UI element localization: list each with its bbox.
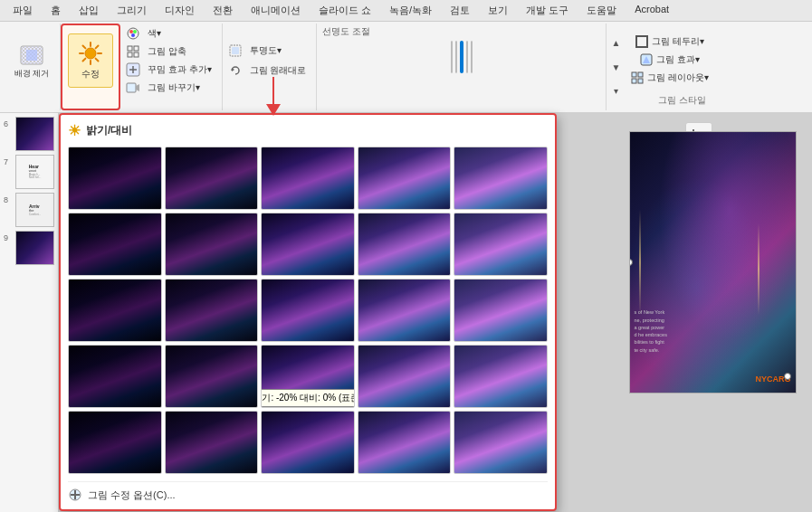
- brightness-tooltip: 밝기: -20% 대비: 0% (표준): [261, 389, 355, 407]
- sharpness-thumb-3[interactable]: [460, 41, 463, 73]
- slide-item-7[interactable]: 7 Hear want Magic li... Next hel...: [4, 155, 54, 189]
- brightness-thumb-r2c5[interactable]: [454, 213, 548, 276]
- brightness-thumb-r2c4[interactable]: [358, 213, 452, 276]
- svg-rect-19: [128, 52, 132, 57]
- sharpness-label: 선명도 조절: [322, 25, 600, 38]
- tab-slideshow[interactable]: 슬라이드 쇼: [310, 0, 380, 21]
- brightness-thumb-r2c2[interactable]: [165, 213, 259, 276]
- tab-dev[interactable]: 개발 도구: [517, 0, 578, 21]
- tab-view[interactable]: 보기: [479, 0, 517, 21]
- sharpness-thumb-1[interactable]: [451, 41, 453, 73]
- svg-line-9: [83, 46, 86, 49]
- svg-point-15: [133, 30, 137, 33]
- brightness-thumb-r5c1[interactable]: [68, 411, 162, 474]
- compress-btn[interactable]: 그림 압축: [143, 43, 191, 60]
- svg-rect-33: [638, 79, 643, 83]
- color-row: 색▾: [126, 25, 166, 42]
- correction-options-label: 그림 수정 옵션(C)...: [88, 488, 176, 502]
- brightness-thumb-r3c3[interactable]: [261, 279, 355, 342]
- bg-remove-icon: [19, 43, 44, 68]
- sharpness-thumb-5[interactable]: [471, 41, 473, 73]
- ribbon-tab-bar: 파일 홈 삽입 그리기 디자인 전환 애니메이션 슬라이드 쇼 녹음/녹화 검토…: [0, 0, 812, 22]
- group-right-options: 그림 테두리▾ 그림 효과▾ 그림 레이아웃▾ 그림 스타일: [625, 24, 715, 110]
- brightness-thumb-r4c4[interactable]: [358, 345, 452, 408]
- svg-rect-17: [128, 46, 132, 51]
- svg-rect-20: [134, 52, 139, 57]
- scroll-up-btn[interactable]: ▲: [611, 38, 620, 48]
- right-slide: NYCARG s of New York ne, protecting a gr…: [629, 131, 797, 393]
- transparency-icon: [228, 43, 243, 58]
- correction-content: 수정: [68, 27, 113, 94]
- change-picture-btn[interactable]: 그림 바꾸기▾: [143, 80, 205, 96]
- brightness-thumb-r4c3[interactable]: 밝기: -20% 대비: 0% (표준): [261, 345, 355, 408]
- more-btn[interactable]: ▾: [614, 86, 618, 96]
- brightness-thumb-r5c4[interactable]: [358, 411, 452, 474]
- slide-thumb-7[interactable]: Hear want Magic li... Next hel...: [15, 155, 54, 189]
- correction-label: 수정: [81, 68, 100, 81]
- brightness-thumb-r4c2[interactable]: [165, 345, 259, 408]
- popup-sun-icon: ☀: [68, 122, 81, 139]
- tab-animation[interactable]: 애니메이션: [242, 0, 310, 21]
- tab-review[interactable]: 검토: [441, 0, 479, 21]
- brightness-thumb-r4c5[interactable]: [454, 345, 548, 408]
- bg-remove-button[interactable]: 배경 제거: [9, 33, 54, 88]
- trans-reset-content: 투명도▾ 그림 원래대로: [228, 25, 311, 96]
- transparency-btn[interactable]: 투명도▾: [245, 43, 286, 59]
- brightness-thumb-r5c5[interactable]: [454, 411, 548, 474]
- brightness-thumb-r2c3[interactable]: [261, 213, 355, 276]
- sharpness-thumb-2[interactable]: [455, 41, 457, 73]
- scroll-down-btn[interactable]: ▼: [611, 62, 620, 72]
- slide-num-6: 6: [4, 119, 13, 128]
- tab-design[interactable]: 디자인: [156, 0, 204, 21]
- ribbon: 파일 홈 삽입 그리기 디자인 전환 애니메이션 슬라이드 쇼 녹음/녹화 검토…: [0, 0, 812, 113]
- color-effects-content: 색▾ 그림 압축: [126, 25, 216, 96]
- color-btn[interactable]: 색▾: [143, 25, 166, 42]
- sharpness-thumb-4[interactable]: [466, 41, 468, 73]
- compress-icon: [126, 44, 140, 59]
- tab-file[interactable]: 파일: [4, 0, 42, 21]
- options-icon: [68, 488, 82, 502]
- slide-item-8[interactable]: 8 Arriv the Comfort...: [4, 193, 54, 227]
- brightness-thumb-r3c2[interactable]: [165, 279, 259, 342]
- brightness-thumb-r4c1[interactable]: [68, 345, 162, 408]
- correction-options-btn[interactable]: 그림 수정 옵션(C)...: [68, 481, 548, 502]
- slide-thumb-6[interactable]: [15, 117, 54, 151]
- brightness-thumb-r1c2[interactable]: [165, 147, 259, 210]
- border-icon: [635, 35, 648, 48]
- svg-rect-31: [638, 72, 643, 77]
- picture-border-btn[interactable]: 그림 테두리▾: [633, 34, 707, 49]
- brightness-thumb-r1c1[interactable]: [68, 147, 162, 210]
- tab-help[interactable]: 도움말: [578, 0, 626, 21]
- tab-record[interactable]: 녹음/녹화: [380, 0, 441, 21]
- slide-thumb-9[interactable]: [15, 231, 54, 265]
- tab-acrobat[interactable]: Acrobat: [626, 0, 678, 21]
- slide-item-9[interactable]: 9: [4, 231, 54, 265]
- svg-rect-28: [636, 36, 647, 47]
- tab-insert[interactable]: 삽입: [70, 0, 108, 21]
- brightness-thumb-r3c4[interactable]: [358, 279, 452, 342]
- picture-effects-btn[interactable]: 그림 효과▾: [637, 52, 702, 67]
- correction-button[interactable]: 수정: [68, 33, 113, 88]
- brightness-thumb-r3c5[interactable]: [454, 279, 548, 342]
- brightness-thumb-r5c3[interactable]: [261, 411, 355, 474]
- resize-handle-br[interactable]: [784, 373, 791, 380]
- content-area: ☀ 밝기/대비: [59, 113, 812, 512]
- brightness-thumb-r3c1[interactable]: [68, 279, 162, 342]
- reset-icon: [228, 63, 243, 78]
- brightness-thumb-r1c4[interactable]: [358, 147, 452, 210]
- slide-item-6[interactable]: 6: [4, 117, 54, 151]
- slide-thumb-8[interactable]: Arriv the Comfort...: [15, 193, 54, 227]
- tab-transition[interactable]: 전환: [204, 0, 242, 21]
- add-effect-btn[interactable]: 꾸밈 효과 추가▾: [143, 62, 216, 78]
- color-icon: [126, 26, 140, 41]
- bg-remove-label: 배경 제거: [14, 70, 50, 79]
- brightness-thumb-r2c1[interactable]: [68, 213, 162, 276]
- brightness-thumb-r1c5[interactable]: [454, 147, 548, 210]
- brightness-thumb-r5c2[interactable]: [165, 411, 259, 474]
- brightness-thumb-r1c3[interactable]: [261, 147, 355, 210]
- picture-layout-btn[interactable]: 그림 레이아웃▾: [628, 71, 712, 85]
- reset-btn[interactable]: 그림 원래대로: [245, 62, 311, 79]
- tab-draw[interactable]: 그리기: [108, 0, 156, 21]
- tab-home[interactable]: 홈: [42, 0, 70, 21]
- svg-rect-30: [632, 72, 636, 77]
